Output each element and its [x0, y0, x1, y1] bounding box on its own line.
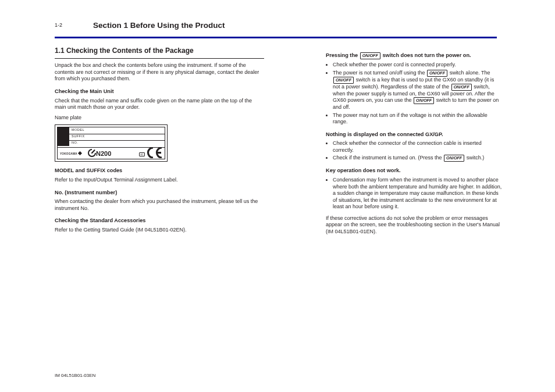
blue-divider	[55, 37, 497, 38]
troubleshoot-footer-paragraph: If these corrective actions do not solve…	[326, 215, 502, 236]
list-item: The power may not turn on if the voltage…	[333, 112, 502, 126]
on-off-key-icon: ON/OFF	[360, 52, 380, 59]
nameplate-caption: Name plate	[55, 115, 264, 122]
heading-key-op: Key operation does not work.	[326, 168, 502, 174]
intro-paragraph: Unpack the box and check the contents be…	[55, 62, 264, 83]
model-paragraph: Refer to the Input/Output Terminal Assig…	[55, 177, 264, 184]
check-main-paragraph: Check that the model name and suffix cod…	[55, 98, 264, 111]
plate-brand: YOKOGAWA	[60, 152, 81, 156]
instrument-no-paragraph: When contacting the dealer from which yo…	[55, 198, 264, 212]
heading-1-1: 1.1 Checking the Contents of the Package	[55, 47, 264, 55]
on-off-key-icon: ON/OFF	[333, 77, 354, 84]
c-tick-mark-icon: N200	[88, 149, 111, 158]
list-item: The power is not turned on/off using the…	[333, 70, 502, 111]
svg-rect-0	[157, 152, 161, 154]
heading-underline	[55, 58, 264, 59]
ce-mark-icon	[146, 147, 163, 158]
accessories-paragraph: Refer to the Getting Started Guide (IM 0…	[55, 227, 264, 234]
bullet-list-display: Check whether the connector of the conne…	[326, 140, 502, 162]
diamond-icon	[78, 151, 82, 155]
on-off-key-icon: ON/OFF	[427, 70, 447, 77]
plate-model-label: MODEL	[72, 128, 84, 132]
on-off-key-icon: ON/OFF	[414, 97, 434, 104]
on-off-key-icon: ON/OFF	[444, 155, 464, 162]
list-item: Check whether the connector of the conne…	[333, 140, 502, 154]
page-number: 1-2	[55, 22, 62, 28]
heading-nothing-displayed: Nothing is displayed on the connected GX…	[326, 131, 502, 138]
kc-mark-icon: KC	[139, 152, 145, 156]
heading-check-main: Checking the Main Unit	[55, 88, 264, 95]
footer-model-code: IM 04L51B01-03EN	[55, 373, 95, 378]
bullet-list-power: Check whether the power cord is connecte…	[326, 62, 502, 126]
list-item: Check whether the power cord is connecte…	[333, 62, 502, 69]
heading-instrument-no: No. (Instrument number)	[55, 190, 264, 197]
on-off-key-icon: ON/OFF	[451, 84, 472, 91]
list-item: Check if the instrument is turned on. (P…	[333, 155, 502, 162]
heading-model-suffix: MODEL and SUFFIX codes	[55, 168, 264, 174]
heading-accessories: Checking the Standard Accessories	[55, 218, 264, 224]
list-item: Condensation may form when the instrumen…	[333, 177, 502, 211]
name-plate-figure: MODEL SUFFIX NO. YOKOGAWA N200 KC	[55, 124, 168, 162]
heading-press-switch: Pressing the ON/OFF switch does not turn…	[326, 52, 502, 59]
left-column: 1.1 Checking the Contents of the Package…	[55, 47, 264, 237]
plate-suffix-label: SUFFIX	[72, 134, 85, 138]
plate-no-label: NO.	[72, 141, 78, 145]
bullet-list-key: Condensation may form when the instrumen…	[326, 177, 502, 211]
right-column: Pressing the ON/OFF switch does not turn…	[326, 47, 502, 238]
section-title: Section 1 Before Using the Product	[93, 21, 225, 30]
